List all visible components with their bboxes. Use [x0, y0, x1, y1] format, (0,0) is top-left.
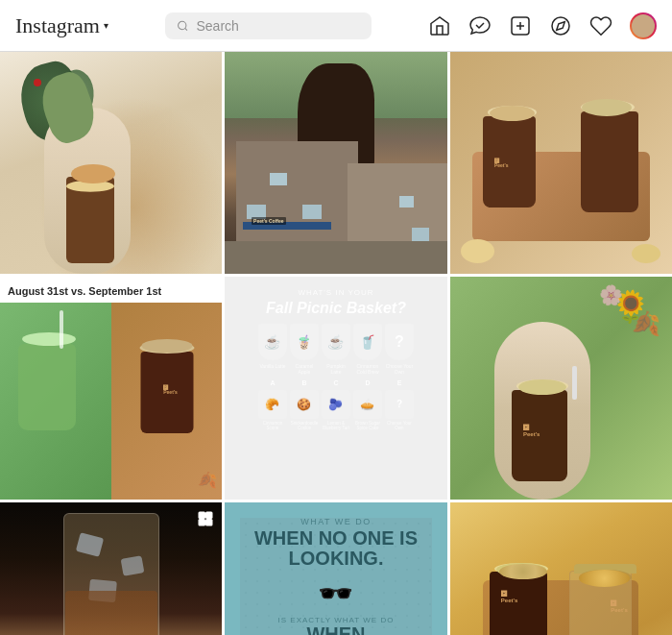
avatar[interactable] — [630, 12, 657, 39]
svg-point-2 — [552, 17, 569, 35]
home-nav-icon[interactable] — [428, 14, 451, 37]
grid-item-2[interactable]: Peet's Coffee — [225, 52, 446, 274]
grid-item-4[interactable]: August 31st vs. September 1st 🍂 — [0, 277, 222, 499]
new-post-icon[interactable] — [509, 14, 532, 37]
grid-item-3[interactable]: 🅿Peet's — [450, 52, 672, 274]
svg-point-0 — [179, 21, 186, 29]
messenger-nav-icon[interactable] — [468, 14, 492, 37]
chevron-down-icon[interactable]: ▾ — [104, 20, 108, 31]
grid-item-1[interactable] — [0, 52, 222, 274]
header-left: Instagram ▾ — [15, 13, 108, 38]
search-input[interactable] — [196, 18, 360, 34]
header: Instagram ▾ — [0, 0, 672, 52]
instagram-logo: Instagram — [15, 13, 100, 38]
explore-nav-icon[interactable] — [549, 14, 572, 37]
header-nav-icons — [428, 12, 657, 39]
photo-grid: Peet's Coffee 🅿Peet's August 31st vs. S — [0, 52, 672, 635]
search-icon — [177, 19, 189, 33]
heart-nav-icon[interactable] — [589, 14, 612, 37]
search-bar[interactable] — [165, 12, 372, 39]
grid-item-5[interactable]: What's in your Fall Picnic Basket? ☕ 🧋 ☕… — [225, 277, 446, 499]
grid-item-7[interactable]: Real Iced Lattewith Peet's Coffee — [0, 502, 222, 635]
grid-item-9[interactable]: 🅿Peet's 🅿Peet's — [450, 502, 672, 635]
grid-item-6[interactable]: 🌻 🍂 🌸 🅿Peet's — [450, 277, 672, 499]
grid-item-8[interactable]: WHAT WE DO WHEN NO ONE IS LOOKING. 🕶️ IS… — [225, 502, 446, 635]
